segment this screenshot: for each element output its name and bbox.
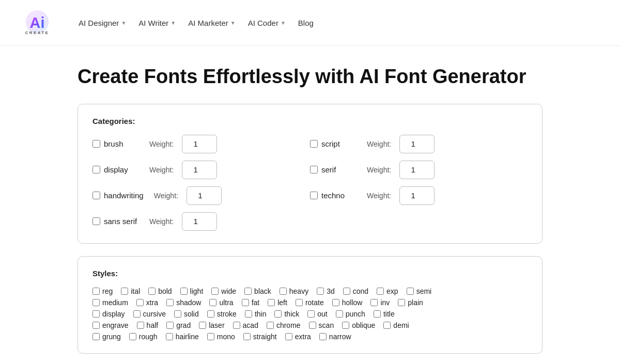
style-stroke[interactable]: stroke: [207, 310, 237, 318]
style-grad[interactable]: grad: [166, 321, 191, 329]
category-handwriting-label[interactable]: handwriting: [92, 191, 144, 200]
weight-input-serif[interactable]: [399, 161, 435, 179]
style-rough[interactable]: rough: [129, 333, 158, 341]
style-straight-checkbox[interactable]: [243, 333, 251, 340]
style-demi[interactable]: demi: [383, 321, 409, 329]
weight-input-techno[interactable]: [399, 186, 435, 205]
style-left[interactable]: left: [268, 298, 287, 307]
style-cursive[interactable]: cursive: [133, 310, 166, 318]
style-reg-checkbox[interactable]: [92, 288, 100, 295]
style-extra-checkbox[interactable]: [285, 333, 292, 340]
style-punch[interactable]: punch: [336, 310, 365, 318]
style-shadow-checkbox[interactable]: [166, 299, 174, 306]
style-plain[interactable]: plain: [398, 298, 423, 307]
style-laser-checkbox[interactable]: [199, 322, 206, 329]
style-reg[interactable]: reg: [92, 287, 113, 295]
style-shadow[interactable]: shadow: [166, 298, 201, 307]
category-serif-checkbox[interactable]: [310, 166, 318, 173]
style-rotate[interactable]: rotate: [296, 298, 324, 307]
style-xtra-checkbox[interactable]: [136, 299, 144, 306]
style-light[interactable]: light: [180, 287, 204, 295]
style-rough-checkbox[interactable]: [129, 333, 136, 340]
style-narrow[interactable]: narrow: [319, 333, 351, 341]
style-half-checkbox[interactable]: [137, 322, 144, 329]
style-semi[interactable]: semi: [407, 287, 432, 295]
style-black-checkbox[interactable]: [244, 288, 252, 295]
nav-ai-coder[interactable]: AI Coder ▼: [248, 19, 286, 27]
category-script-checkbox[interactable]: [310, 140, 318, 148]
style-straight[interactable]: straight: [243, 333, 277, 341]
nav-blog[interactable]: Blog: [298, 19, 314, 27]
weight-input-sans-serif[interactable]: [182, 212, 217, 231]
style-extra[interactable]: extra: [285, 333, 311, 341]
style-title-checkbox[interactable]: [374, 310, 381, 318]
style-wide-checkbox[interactable]: [211, 288, 219, 295]
style-inv[interactable]: inv: [370, 298, 390, 307]
style-hairline-checkbox[interactable]: [166, 333, 173, 340]
style-thick[interactable]: thick: [274, 310, 299, 318]
category-brush-label[interactable]: brush: [92, 139, 139, 148]
category-handwriting-checkbox[interactable]: [92, 192, 100, 199]
style-scan[interactable]: scan: [309, 321, 334, 329]
style-thin[interactable]: thin: [245, 310, 267, 318]
style-oblique[interactable]: oblique: [342, 321, 375, 329]
style-grung[interactable]: grung: [92, 333, 121, 341]
style-bold[interactable]: bold: [148, 287, 172, 295]
style-rotate-checkbox[interactable]: [296, 299, 303, 306]
style-stroke-checkbox[interactable]: [207, 310, 214, 318]
style-hollow-checkbox[interactable]: [332, 299, 339, 306]
style-narrow-checkbox[interactable]: [319, 333, 327, 340]
nav-ai-designer[interactable]: AI Designer ▼: [79, 19, 126, 27]
weight-input-handwriting[interactable]: [187, 186, 222, 205]
style-mono-checkbox[interactable]: [207, 333, 214, 340]
category-sans-serif-checkbox[interactable]: [92, 217, 100, 225]
style-heavy[interactable]: heavy: [280, 287, 308, 295]
style-display-checkbox[interactable]: [92, 310, 100, 318]
style-acad-checkbox[interactable]: [233, 322, 240, 329]
style-engrave-checkbox[interactable]: [92, 322, 100, 329]
style-mono[interactable]: mono: [207, 333, 235, 341]
weight-input-script[interactable]: [399, 135, 435, 153]
style-hairline[interactable]: hairline: [166, 333, 199, 341]
style-engrave[interactable]: engrave: [92, 321, 129, 329]
style-title[interactable]: title: [374, 310, 395, 318]
style-chrome[interactable]: chrome: [267, 321, 301, 329]
style-ultra-checkbox[interactable]: [209, 299, 216, 306]
style-semi-checkbox[interactable]: [407, 288, 414, 295]
style-punch-checkbox[interactable]: [336, 310, 343, 318]
style-medium[interactable]: medium: [92, 298, 128, 307]
category-serif-label[interactable]: serif: [310, 165, 357, 174]
style-plain-checkbox[interactable]: [398, 299, 405, 306]
category-display-checkbox[interactable]: [92, 166, 100, 173]
category-sans-serif-label[interactable]: sans serif: [92, 217, 139, 226]
nav-ai-marketer[interactable]: AI Marketer ▼: [188, 19, 235, 27]
nav-ai-writer[interactable]: AI Writer ▼: [138, 19, 176, 27]
style-out-checkbox[interactable]: [307, 310, 315, 318]
style-exp[interactable]: exp: [377, 287, 398, 295]
style-display[interactable]: display: [92, 310, 125, 318]
style-3d-checkbox[interactable]: [317, 288, 324, 295]
style-ital[interactable]: ital: [121, 287, 140, 295]
style-ultra[interactable]: ultra: [209, 298, 233, 307]
style-hollow[interactable]: hollow: [332, 298, 363, 307]
category-techno-checkbox[interactable]: [310, 192, 318, 199]
weight-input-display[interactable]: [182, 161, 217, 179]
style-cond[interactable]: cond: [343, 287, 368, 295]
style-grung-checkbox[interactable]: [92, 333, 100, 340]
category-display-label[interactable]: display: [92, 165, 139, 174]
style-demi-checkbox[interactable]: [383, 322, 391, 329]
style-half[interactable]: half: [137, 321, 159, 329]
style-out[interactable]: out: [307, 310, 327, 318]
style-wide[interactable]: wide: [211, 287, 236, 295]
style-light-checkbox[interactable]: [180, 288, 188, 295]
style-fat[interactable]: fat: [242, 298, 260, 307]
style-thick-checkbox[interactable]: [274, 310, 282, 318]
category-brush-checkbox[interactable]: [92, 140, 100, 148]
style-xtra[interactable]: xtra: [136, 298, 158, 307]
weight-input-brush[interactable]: [182, 135, 217, 153]
style-solid-checkbox[interactable]: [174, 310, 181, 318]
style-grad-checkbox[interactable]: [166, 322, 174, 329]
style-3d[interactable]: 3d: [317, 287, 335, 295]
style-bold-checkbox[interactable]: [148, 288, 156, 295]
style-fat-checkbox[interactable]: [242, 299, 249, 306]
